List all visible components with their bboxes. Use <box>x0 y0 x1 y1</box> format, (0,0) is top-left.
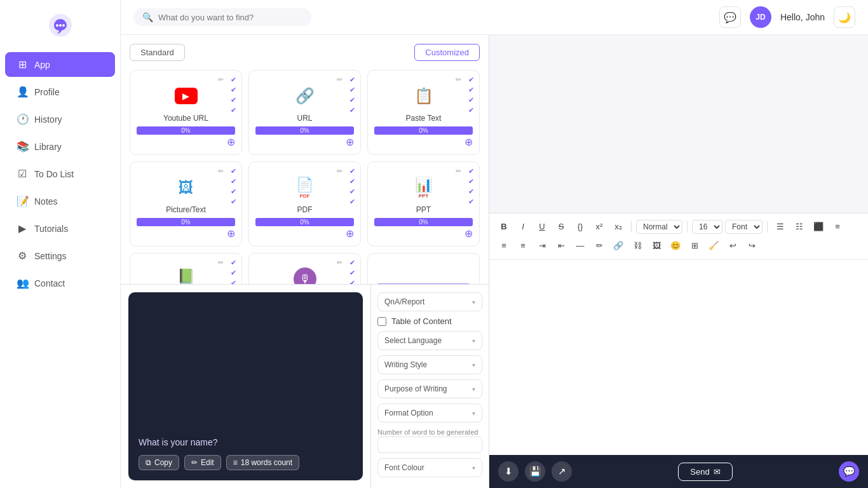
word-count-input[interactable] <box>377 437 482 453</box>
check-icon-xls1[interactable]: ✔ <box>231 259 236 267</box>
edit-icon-audio[interactable]: ✏ <box>337 259 342 267</box>
check-icon-ppt2[interactable]: ✔ <box>468 177 474 186</box>
check-icon-aud2[interactable]: ✔ <box>349 269 355 277</box>
standard-tab[interactable]: Standard <box>130 44 185 61</box>
align-right-btn[interactable]: ≡ <box>496 238 512 254</box>
dark-mode-btn[interactable]: 🌙 <box>834 6 855 28</box>
pencil-btn[interactable]: ✏ <box>591 238 607 254</box>
redo-btn[interactable]: ↪ <box>743 238 760 254</box>
check-icon-xls2[interactable]: ✔ <box>231 269 236 277</box>
check-icon-pdf3[interactable]: ✔ <box>349 187 355 196</box>
sidebar-item-todolist[interactable]: ☑ To Do List <box>5 161 115 186</box>
sidebar-item-notes[interactable]: 📝 Notes <box>5 189 115 214</box>
message-icon-btn[interactable]: 💬 <box>719 6 741 28</box>
ppt-plus-btn[interactable]: ⊕ <box>374 227 473 240</box>
superscript-btn[interactable]: x² <box>591 219 607 235</box>
check-icon-pdf2[interactable]: ✔ <box>349 177 355 186</box>
sidebar-item-settings[interactable]: ⚙ Settings <box>5 243 115 268</box>
font-colour-dropdown[interactable]: Font Colour ▾ <box>377 458 482 477</box>
align-center-btn[interactable]: ≡ <box>829 219 846 235</box>
chat-bubble-btn[interactable]: 💬 <box>839 461 859 482</box>
check-icon-aud3[interactable]: ✔ <box>349 279 355 285</box>
edit-icon-pdf[interactable]: ✏ <box>337 167 342 175</box>
sidebar-item-library[interactable]: 📚 Library <box>5 134 115 159</box>
paste-plus-btn[interactable]: ⊕ <box>374 136 473 148</box>
check-icon-pic2[interactable]: ✔ <box>231 177 236 186</box>
writing-style-dropdown[interactable]: Writing Style ▾ <box>377 355 482 374</box>
check-icon-u4[interactable]: ✔ <box>349 106 355 114</box>
eraser-btn[interactable]: 🧹 <box>705 238 722 254</box>
strikethrough-btn[interactable]: S <box>553 219 569 235</box>
check-icon-p2[interactable]: ✔ <box>468 86 474 94</box>
link-btn[interactable]: 🔗 <box>610 238 627 254</box>
table-btn[interactable]: ⊞ <box>686 238 703 254</box>
copy-button[interactable]: ⧉ Copy <box>139 455 179 470</box>
edit-icon-ppt[interactable]: ✏ <box>456 167 461 175</box>
font-size-select[interactable]: 16 <box>692 220 722 234</box>
pdf-plus-btn[interactable]: ⊕ <box>255 227 354 240</box>
check-icon-u2[interactable]: ✔ <box>349 86 355 94</box>
align-justify-btn[interactable]: ≡ <box>515 238 531 254</box>
youtube-plus-btn[interactable]: ⊕ <box>137 136 235 148</box>
edit-button[interactable]: ✏ Edit <box>184 455 221 470</box>
customized-tab[interactable]: Customized <box>414 44 480 61</box>
check-icon-3[interactable]: ✔ <box>231 96 236 104</box>
indent-btn[interactable]: ⇥ <box>534 238 550 254</box>
edit-icon-paste[interactable]: ✏ <box>456 76 461 84</box>
sidebar-item-tutorials[interactable]: ▶ Tutorials <box>5 216 115 241</box>
bold-btn[interactable]: B <box>496 219 512 235</box>
check-icon-1[interactable]: ✔ <box>231 76 236 84</box>
search-input[interactable] <box>158 13 302 22</box>
report-type-dropdown[interactable]: QnA/Report ▾ <box>377 292 482 311</box>
language-dropdown[interactable]: Select Language ▾ <box>377 331 482 350</box>
check-icon-xls3[interactable]: ✔ <box>231 279 236 285</box>
save-btn[interactable]: 💾 <box>525 461 545 482</box>
download-btn[interactable]: ⬇ <box>498 461 519 482</box>
edit-icon-youtube[interactable]: ✏ <box>218 76 224 84</box>
check-icon-aud1[interactable]: ✔ <box>349 259 355 267</box>
check-icon-4[interactable]: ✔ <box>231 106 236 114</box>
edit-icon-excel[interactable]: ✏ <box>218 259 224 267</box>
check-icon-pic4[interactable]: ✔ <box>231 198 236 206</box>
check-icon-pic1[interactable]: ✔ <box>231 167 236 175</box>
picture-plus-btn[interactable]: ⊕ <box>137 227 235 240</box>
check-icon-pdf1[interactable]: ✔ <box>349 167 355 175</box>
check-icon-2[interactable]: ✔ <box>231 86 236 94</box>
underline-btn[interactable]: U <box>534 219 550 235</box>
check-icon-pdf4[interactable]: ✔ <box>349 198 355 206</box>
send-button[interactable]: Send ✉ <box>678 463 732 481</box>
check-icon-p4[interactable]: ✔ <box>468 106 474 114</box>
subscript-btn[interactable]: x₂ <box>610 219 627 235</box>
check-icon-ppt4[interactable]: ✔ <box>468 198 474 206</box>
format-select[interactable]: Normal <box>636 220 682 234</box>
editor-content[interactable] <box>489 260 868 456</box>
url-plus-btn[interactable]: ⊕ <box>255 136 354 148</box>
outdent-btn[interactable]: ⇤ <box>553 238 569 254</box>
share-btn[interactable]: ↗ <box>552 461 572 482</box>
check-icon-p1[interactable]: ✔ <box>468 76 474 84</box>
edit-icon-picture[interactable]: ✏ <box>218 167 224 175</box>
table-of-content-checkbox[interactable] <box>377 317 386 326</box>
check-icon-ppt3[interactable]: ✔ <box>468 187 474 196</box>
word-count-btn[interactable]: ≡ 18 words count <box>226 455 299 470</box>
code-btn[interactable]: {} <box>572 219 588 235</box>
sidebar-item-contact[interactable]: 👥 Contact <box>5 271 115 295</box>
check-icon-p3[interactable]: ✔ <box>468 96 474 104</box>
font-family-select[interactable]: Font <box>725 220 763 234</box>
align-left-btn[interactable]: ⬛ <box>810 219 827 235</box>
emoji-btn[interactable]: 😊 <box>667 238 684 254</box>
sidebar-item-history[interactable]: 🕐 History <box>5 107 115 132</box>
check-icon-u3[interactable]: ✔ <box>349 96 355 104</box>
check-icon-ppt1[interactable]: ✔ <box>468 167 474 175</box>
horizontal-rule-btn[interactable]: — <box>572 238 588 254</box>
bullet-list-btn[interactable]: ☰ <box>772 219 789 235</box>
check-icon-u1[interactable]: ✔ <box>349 76 355 84</box>
italic-btn[interactable]: I <box>515 219 531 235</box>
numbered-list-btn[interactable]: ☷ <box>791 219 808 235</box>
edit-icon-url[interactable]: ✏ <box>337 76 342 84</box>
image-btn[interactable]: 🖼 <box>648 238 665 254</box>
purpose-dropdown[interactable]: Purpose of Writing ▾ <box>377 379 482 398</box>
sidebar-item-app[interactable]: ⊞ App <box>5 52 115 77</box>
unlink-btn[interactable]: ⛓ <box>629 238 646 254</box>
format-dropdown[interactable]: Format Option ▾ <box>377 403 482 423</box>
